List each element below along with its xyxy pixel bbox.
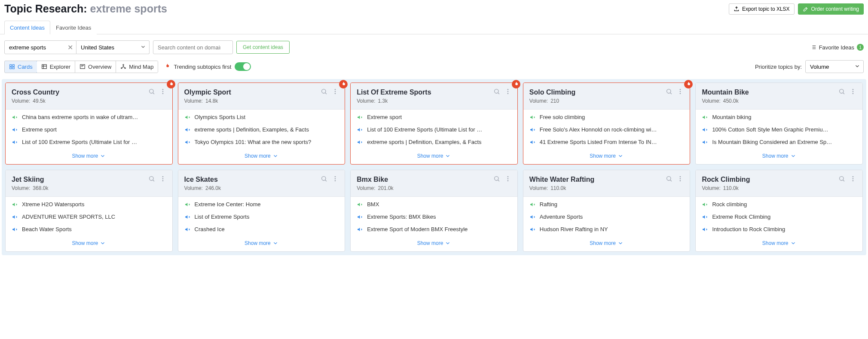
view-overview[interactable]: Overview xyxy=(75,61,116,73)
card-header[interactable]: Rock ClimbingVolume:110.0k xyxy=(696,170,862,197)
card-item[interactable]: Crashed Ice xyxy=(184,226,339,234)
card-menu-icon[interactable] xyxy=(504,175,511,183)
svg-point-14 xyxy=(335,89,336,90)
get-ideas-label: Get content ideas xyxy=(243,44,283,50)
card-item[interactable]: Beach Water Sports xyxy=(12,226,166,234)
card-item[interactable]: Adventure Sports xyxy=(529,214,684,222)
export-button[interactable]: Export topic to XLSX xyxy=(729,3,795,15)
card-item[interactable]: Extreme sport xyxy=(357,114,511,122)
card-item[interactable]: Tokyo Olympics 101: What are the new spo… xyxy=(184,139,339,147)
card-menu-icon[interactable] xyxy=(677,88,684,96)
country-select[interactable] xyxy=(76,40,150,54)
card-header[interactable]: Ice SkatesVolume:246.0k xyxy=(178,170,345,197)
svg-point-42 xyxy=(680,176,681,177)
card-menu-icon[interactable] xyxy=(159,175,166,183)
card-search-icon[interactable] xyxy=(666,88,672,96)
link-icon xyxy=(702,226,709,234)
card-item[interactable]: Free Solo's Alex Honnold on rock-climbin… xyxy=(529,126,684,134)
card-header[interactable]: White Water RaftingVolume:110.0k xyxy=(523,170,690,197)
megaphone-icon xyxy=(184,114,191,122)
domain-input[interactable] xyxy=(153,40,233,54)
card-item[interactable]: extreme sports | Definition, Examples, &… xyxy=(184,126,339,134)
card-item[interactable]: Olympics Sports List xyxy=(184,114,339,122)
card-item[interactable]: Rafting xyxy=(529,201,684,209)
get-content-ideas-button[interactable]: Get content ideas xyxy=(236,41,290,54)
show-more-link[interactable]: Show more xyxy=(523,150,690,164)
show-more-link[interactable]: Show more xyxy=(6,237,172,251)
link-icon xyxy=(12,126,18,134)
favorite-ideas-link[interactable]: Favorite Ideas 1 xyxy=(810,44,864,51)
card-item[interactable]: List of 100 Extreme Sports (Ultimate Lis… xyxy=(357,126,511,134)
show-more-link[interactable]: Show more xyxy=(696,150,862,164)
card-item[interactable]: Extreme Rock Climbing xyxy=(702,214,856,222)
tab-content-ideas[interactable]: Content Ideas xyxy=(4,21,50,34)
card-header[interactable]: Mountain BikeVolume:450.0k xyxy=(696,83,862,110)
card-item[interactable]: Extreme Sports: BMX Bikes xyxy=(357,214,511,222)
card-search-icon[interactable] xyxy=(321,88,327,96)
card-search-icon[interactable] xyxy=(838,88,845,96)
mindmap-icon xyxy=(120,64,126,70)
card-menu-icon[interactable] xyxy=(850,175,856,183)
card-menu-icon[interactable] xyxy=(504,88,511,96)
card-item[interactable]: extreme sports | Definition, Examples, &… xyxy=(357,139,511,147)
show-more-link[interactable]: Show more xyxy=(6,150,172,164)
card-item[interactable]: Extreme sport xyxy=(12,126,166,134)
tab-favorite-ideas[interactable]: Favorite Ideas xyxy=(50,21,97,34)
svg-point-34 xyxy=(335,176,336,177)
show-more-link[interactable]: Show more xyxy=(178,237,345,251)
card-search-icon[interactable] xyxy=(321,175,327,183)
order-content-button[interactable]: Order content writing xyxy=(798,3,864,15)
card-header[interactable]: Cross CountryVolume:49.5k xyxy=(6,83,172,110)
show-more-link[interactable]: Show more xyxy=(351,237,517,251)
card-item[interactable]: Free solo climbing xyxy=(529,114,684,122)
card-item[interactable]: Rock climbing xyxy=(702,201,856,209)
card-search-icon[interactable] xyxy=(493,175,500,183)
card-item[interactable]: 100% Cotton Soft Style Men Graphic Premi… xyxy=(702,126,856,134)
card-menu-icon[interactable] xyxy=(159,88,166,96)
view-switcher: Cards Explorer Overview Mind Map xyxy=(4,61,158,73)
show-more-link[interactable]: Show more xyxy=(351,150,517,164)
show-more-label: Show more xyxy=(417,153,443,159)
card-item[interactable]: List of 100 Extreme Sports (Ultimate Lis… xyxy=(12,139,166,147)
topic-card: Cross CountryVolume:49.5kChina bans extr… xyxy=(5,82,173,165)
view-mindmap[interactable]: Mind Map xyxy=(116,61,158,73)
card-item[interactable]: List of Extreme Sports xyxy=(184,214,339,222)
card-header[interactable]: Bmx BikeVolume:201.0k xyxy=(351,170,517,197)
export-label: Export topic to XLSX xyxy=(742,6,790,12)
card-search-icon[interactable] xyxy=(493,88,500,96)
keyword-input[interactable] xyxy=(4,40,76,54)
card-item[interactable]: Is Mountain Biking Considered an Extreme… xyxy=(702,139,856,147)
view-cards[interactable]: Cards xyxy=(4,61,37,73)
card-header[interactable]: Solo ClimbingVolume:210 xyxy=(523,83,690,110)
card-search-icon[interactable] xyxy=(148,88,155,96)
card-item[interactable]: Introduction to Rock Climbing xyxy=(702,226,856,234)
card-menu-icon[interactable] xyxy=(332,175,339,183)
card-item[interactable]: China bans extreme sports in wake of ult… xyxy=(12,114,166,122)
show-more-link[interactable]: Show more xyxy=(523,237,690,251)
card-item[interactable]: Mountain biking xyxy=(702,114,856,122)
card-search-icon[interactable] xyxy=(666,175,672,183)
card-header[interactable]: Olympic SportVolume:14.8k xyxy=(178,83,345,110)
card-search-icon[interactable] xyxy=(838,175,845,183)
card-title: Bmx Bike xyxy=(357,176,493,183)
megaphone-icon xyxy=(529,114,536,122)
card-header[interactable]: Jet SkiingVolume:368.0k xyxy=(6,170,172,197)
card-item[interactable]: Xtreme H2O Watersports xyxy=(12,201,166,209)
prioritize-select[interactable] xyxy=(805,60,864,73)
card-menu-icon[interactable] xyxy=(850,88,856,96)
card-item[interactable]: Extreme Ice Center: Home xyxy=(184,201,339,209)
view-explorer[interactable]: Explorer xyxy=(37,61,75,73)
card-item[interactable]: ADVENTURE WATER SPORTS, LLC xyxy=(12,214,166,222)
card-item[interactable]: 41 Extreme Sports Listed From Intense To… xyxy=(529,139,684,147)
card-menu-icon[interactable] xyxy=(677,175,684,183)
card-item[interactable]: Hudson River Rafting in NY xyxy=(529,226,684,234)
trending-toggle[interactable] xyxy=(235,62,251,71)
card-item[interactable]: Extreme Sport of Modern BMX Freestyle xyxy=(357,226,511,234)
clear-keyword-icon[interactable]: ✕ xyxy=(67,43,73,52)
show-more-link[interactable]: Show more xyxy=(696,237,862,251)
show-more-link[interactable]: Show more xyxy=(178,150,345,164)
card-item[interactable]: BMX xyxy=(357,201,511,209)
card-search-icon[interactable] xyxy=(148,175,155,183)
card-header[interactable]: List Of Extreme SportsVolume:1.3k xyxy=(351,83,517,110)
card-menu-icon[interactable] xyxy=(332,88,339,96)
